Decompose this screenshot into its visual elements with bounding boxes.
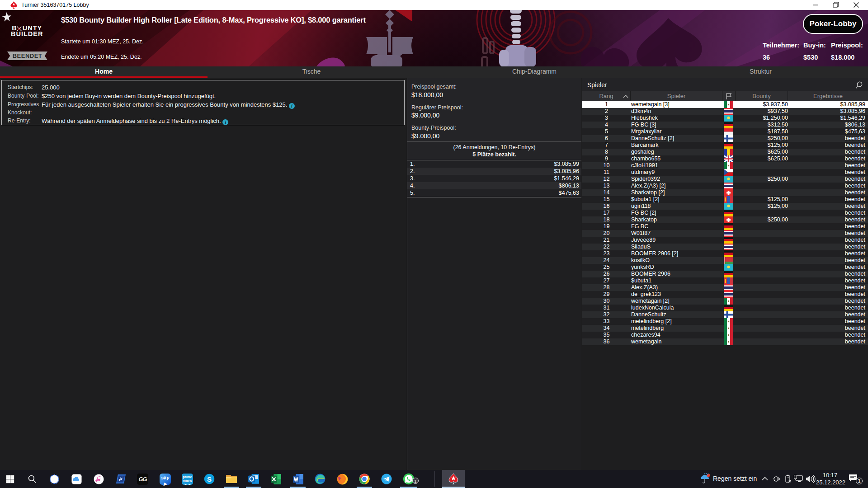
svg-text:S: S — [207, 475, 212, 483]
